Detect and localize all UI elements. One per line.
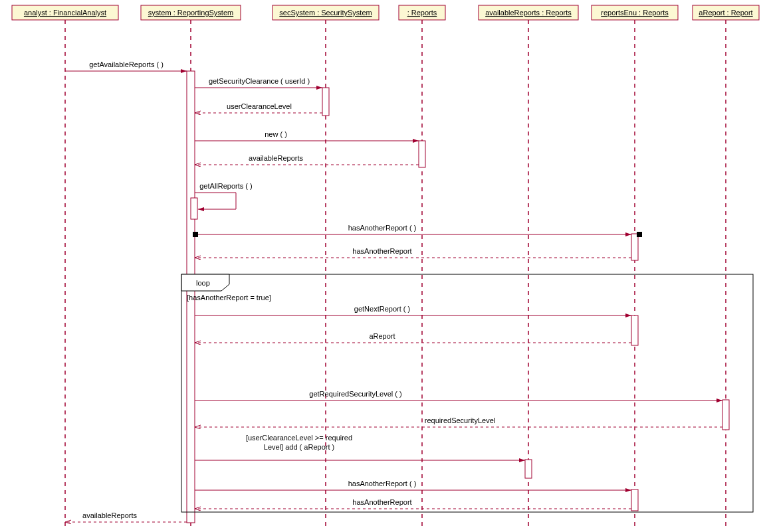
msg-getAllReports: getAllReports ( ) <box>195 182 253 209</box>
svg-text:hasAnotherReport (  ): hasAnotherReport ( ) <box>348 224 417 232</box>
svg-text:getNextReport (  ): getNextReport ( ) <box>354 305 410 313</box>
lifeline-label: : Reports <box>407 9 437 17</box>
msg-userClearanceLevel: userClearanceLevel <box>195 102 322 113</box>
msg-hasAnotherReport-1: hasAnotherReport ( ) <box>193 224 642 237</box>
msg-getNextReport: getNextReport ( ) <box>195 305 631 315</box>
activation-enu-2 <box>631 315 638 345</box>
msg-hasAnotherReport-ret-1: hasAnotherReport <box>195 247 631 258</box>
svg-text:availableReports: availableReports <box>249 154 303 162</box>
svg-text:availableReports: availableReports <box>82 511 137 519</box>
svg-rect-25 <box>193 232 198 237</box>
svg-text:hasAnotherReport (  ): hasAnotherReport ( ) <box>348 480 417 488</box>
svg-text:requiredSecurityLevel: requiredSecurityLevel <box>425 416 495 424</box>
lifeline-label: secSystem : SecuritySystem <box>279 9 372 17</box>
svg-rect-27 <box>637 232 642 237</box>
msg-aReport: aReport <box>195 332 631 343</box>
fragment-loop: loop [hasAnotherReport = true] <box>181 274 753 512</box>
msg-hasAnotherReport-2: hasAnotherReport ( ) <box>195 480 631 490</box>
svg-text:hasAnotherReport: hasAnotherReport <box>352 498 411 506</box>
msg-add: [userClearanceLevel >= required Level] a… <box>195 434 525 460</box>
lifeline-label: aReport : Report <box>699 9 752 17</box>
msg-new: new ( ) <box>195 130 419 141</box>
activation-avail <box>525 460 532 478</box>
msg-getAvailableReports: getAvailableReports ( ) <box>65 60 187 71</box>
svg-text:[userClearanceLevel >= require: [userClearanceLevel >= required <box>246 434 352 442</box>
lifeline-label: system : ReportingSystem <box>148 9 233 17</box>
svg-text:new (  ): new ( ) <box>265 130 287 138</box>
msg-getRequiredSecurityLevel: getRequiredSecurityLevel ( ) <box>195 390 722 400</box>
lifeline-enu: reportsEnu : Reports <box>592 5 678 528</box>
svg-text:getAvailableReports (  ): getAvailableReports ( ) <box>89 60 164 68</box>
lifeline-avail: availableReports : Reports <box>479 5 578 528</box>
lifeline-reports: : Reports <box>399 5 445 528</box>
msg-hasAnotherReport-ret-2: hasAnotherReport <box>195 498 631 509</box>
activation-reports <box>419 141 425 167</box>
msg-availableReports-1: availableReports <box>195 154 419 165</box>
svg-text:aReport: aReport <box>369 332 395 340</box>
svg-text:userClearanceLevel: userClearanceLevel <box>227 102 292 110</box>
svg-rect-31 <box>181 274 753 512</box>
activation-aReport <box>722 400 729 430</box>
msg-getSecurityClearance: getSecurityClearance ( userId ) <box>195 77 322 88</box>
svg-text:[hasAnotherReport = true]: [hasAnotherReport = true] <box>187 294 271 302</box>
lifeline-label: availableReports : Reports <box>485 9 572 17</box>
lifeline-analyst: analyst : FinancialAnalyst <box>12 5 118 528</box>
svg-text:getAllReports (  ): getAllReports ( ) <box>199 182 252 190</box>
svg-text:loop: loop <box>196 279 210 287</box>
lifeline-aReport: aReport : Report <box>693 5 759 528</box>
activation-self <box>191 198 197 219</box>
svg-text:Level] add ( aReport ): Level] add ( aReport ) <box>264 443 334 451</box>
lifeline-label: analyst : FinancialAnalyst <box>24 9 106 17</box>
msg-availableReports-2: availableReports <box>65 511 187 522</box>
activation-enu-3 <box>631 489 638 511</box>
activation-secSystem <box>322 88 329 116</box>
svg-text:getSecurityClearance ( userId : getSecurityClearance ( userId ) <box>209 77 310 85</box>
msg-requiredSecurityLevel: requiredSecurityLevel <box>195 416 722 427</box>
activation-enu-1 <box>631 234 638 260</box>
sequence-diagram: analyst : FinancialAnalyst system : Repo… <box>0 0 767 532</box>
svg-text:getRequiredSecurityLevel (  ): getRequiredSecurityLevel ( ) <box>309 390 401 398</box>
svg-text:hasAnotherReport: hasAnotherReport <box>352 247 411 255</box>
lifeline-label: reportsEnu : Reports <box>601 9 669 17</box>
